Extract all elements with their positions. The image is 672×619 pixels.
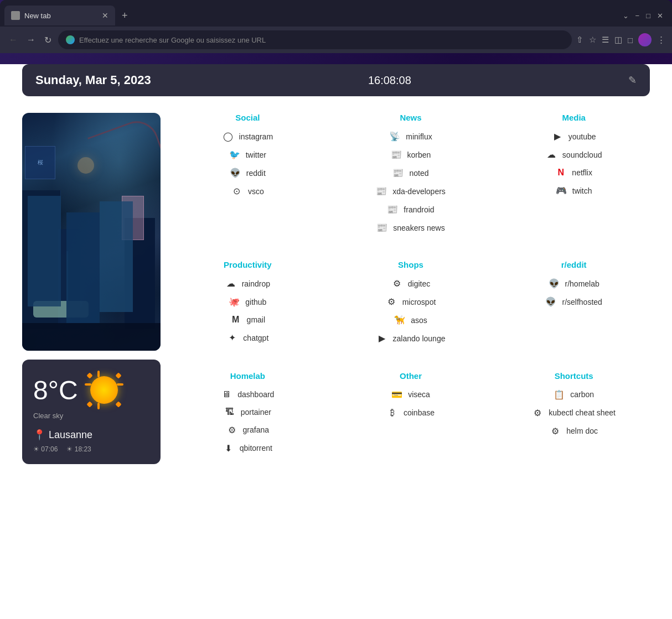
- category-homelab-title: Homelab: [172, 371, 324, 381]
- link-grafana[interactable]: ⚙ grafana: [172, 424, 324, 436]
- datetime-bar: Sunday, Mar 5, 2023 16:08:08 ✎: [22, 64, 650, 96]
- billboard: [122, 196, 144, 240]
- link-viseca[interactable]: 💳 viseca: [335, 388, 487, 401]
- zalando-label: zalando lounge: [393, 334, 446, 343]
- netflix-icon: N: [555, 168, 566, 178]
- sun-ray-left: [85, 383, 91, 386]
- link-youtube[interactable]: ▶ youtube: [498, 130, 650, 143]
- category-productivity-title: Productivity: [172, 260, 324, 269]
- car: [33, 301, 89, 318]
- link-selfhosted[interactable]: 👽 r/selfhosted: [498, 295, 650, 308]
- asos-icon: 🦮: [394, 315, 405, 325]
- weather-main: 8°C: [33, 371, 149, 409]
- browser-chrome: New tab ✕ + ⌄ − □ ✕ ← → ↻ Effectuez une …: [0, 0, 672, 53]
- link-frandroid[interactable]: 📰 frandroid: [335, 203, 487, 216]
- sunset-time: ☀ 18:23: [66, 445, 91, 453]
- forward-button[interactable]: →: [24, 33, 38, 47]
- miniflux-label: miniflux: [406, 132, 432, 141]
- tab-close-button[interactable]: ✕: [102, 11, 108, 20]
- weather-city: 📍 Lausanne: [33, 429, 149, 441]
- link-asos[interactable]: 🦮 asos: [335, 314, 487, 326]
- back-button[interactable]: ←: [7, 33, 20, 47]
- link-dashboard[interactable]: 🖥 dashboard: [172, 388, 324, 400]
- microspot-label: microspot: [402, 298, 436, 306]
- category-shortcuts-title: Shortcuts: [498, 371, 650, 381]
- link-kubectl[interactable]: ⚙ kubectl cheat sheet: [498, 407, 650, 419]
- link-carbon[interactable]: 📋 carbon: [498, 388, 650, 401]
- link-soundcloud[interactable]: ☁ soundcloud: [498, 148, 650, 161]
- github-icon: 🐙: [229, 297, 240, 307]
- profile-avatar[interactable]: [638, 33, 652, 46]
- xda-label: xda-developers: [392, 187, 446, 196]
- selfhosted-icon: 👽: [545, 297, 556, 307]
- street-light: [66, 251, 68, 306]
- bookmark-icon[interactable]: ☆: [589, 35, 596, 45]
- address-text: Effectuez une recherche sur Google ou sa…: [79, 36, 564, 44]
- link-raindrop[interactable]: ☁ raindrop: [172, 277, 324, 290]
- sun-ray-br: [115, 401, 121, 407]
- category-social-title: Social: [172, 113, 324, 122]
- sidebar-icon[interactable]: ◫: [614, 35, 622, 45]
- sneakers-icon: 📰: [376, 222, 387, 233]
- link-digitec[interactable]: ⚙ digitec: [335, 277, 487, 290]
- homelab-label: r/homelab: [565, 279, 599, 288]
- link-netflix[interactable]: N netflix: [498, 167, 650, 179]
- sneakers-label: sneakers news: [393, 223, 444, 232]
- nav-actions: ⇧ ☆ ☰ ◫ □ ⋮: [576, 33, 665, 46]
- korben-icon: 📰: [391, 149, 402, 160]
- nav-bar: ← → ↻ Effectuez une recherche sur Google…: [0, 27, 672, 53]
- new-tab-button[interactable]: +: [117, 8, 132, 24]
- raindrop-icon: ☁: [225, 278, 236, 289]
- split-icon[interactable]: □: [628, 35, 633, 45]
- link-xda[interactable]: 📰 xda-developers: [335, 185, 487, 197]
- weather-times: ☀ 07:06 ☀ 18:23: [33, 445, 149, 453]
- extensions-icon[interactable]: ☰: [602, 35, 609, 45]
- link-coinbase[interactable]: ₿ coinbase: [335, 407, 487, 419]
- link-github[interactable]: 🐙 github: [172, 295, 324, 308]
- link-miniflux[interactable]: 📡 miniflux: [335, 130, 487, 143]
- link-twitter[interactable]: 🐦 twitter: [172, 148, 324, 161]
- link-helm[interactable]: ⚙ helm doc: [498, 425, 650, 438]
- link-sneakers[interactable]: 📰 sneakers news: [335, 221, 487, 234]
- menu-icon[interactable]: ⋮: [657, 35, 665, 45]
- link-instagram[interactable]: ◯ instagram: [172, 130, 324, 143]
- reload-button[interactable]: ↻: [42, 33, 54, 48]
- time-display: 16:08:08: [368, 74, 411, 87]
- reddit-label: reddit: [246, 169, 266, 178]
- link-reddit[interactable]: 👽 reddit: [172, 167, 324, 179]
- share-icon[interactable]: ⇧: [576, 35, 583, 45]
- link-portainer[interactable]: 🏗 portainer: [172, 406, 324, 418]
- frandroid-label: frandroid: [404, 205, 434, 214]
- raindrop-label: raindrop: [242, 279, 270, 288]
- coinbase-icon: ₿: [387, 408, 398, 418]
- link-chatgpt[interactable]: ✦ chatgpt: [172, 331, 324, 344]
- sun-ray-tl: [86, 372, 92, 378]
- collapse-button[interactable]: ⌄: [623, 12, 629, 20]
- link-noted[interactable]: 📰 noted: [335, 167, 487, 179]
- link-vsco[interactable]: ⊙ vsco: [172, 185, 324, 197]
- weather-temp-container: 8°C: [33, 375, 78, 405]
- weather-widget: 8°C Clear sky: [22, 360, 161, 464]
- category-media-title: Media: [498, 113, 650, 122]
- close-button[interactable]: ✕: [657, 12, 663, 20]
- soundcloud-icon: ☁: [546, 149, 557, 160]
- ground: [22, 323, 161, 351]
- moon: [77, 157, 94, 174]
- noted-label: noted: [409, 169, 428, 178]
- minimize-button[interactable]: −: [635, 12, 640, 20]
- link-homelab[interactable]: 👽 r/homelab: [498, 277, 650, 290]
- gmail-label: gmail: [247, 315, 265, 324]
- link-microspot[interactable]: ⚙ microspot: [335, 295, 487, 308]
- kubectl-label: kubectl cheat sheet: [549, 408, 616, 417]
- address-bar[interactable]: Effectuez une recherche sur Google ou sa…: [58, 30, 572, 49]
- maximize-button[interactable]: □: [646, 12, 650, 20]
- active-tab[interactable]: New tab ✕: [4, 6, 115, 25]
- link-twitch[interactable]: 🎮 twitch: [498, 184, 650, 197]
- link-zalando[interactable]: ▶ zalando lounge: [335, 332, 487, 345]
- edit-icon[interactable]: ✎: [628, 74, 637, 86]
- link-qbitorrent[interactable]: ⬇ qbitorrent: [172, 442, 324, 455]
- link-korben[interactable]: 📰 korben: [335, 148, 487, 161]
- link-gmail[interactable]: M gmail: [172, 314, 324, 326]
- location-icon: 📍: [33, 429, 45, 441]
- digitec-label: digitec: [408, 279, 430, 288]
